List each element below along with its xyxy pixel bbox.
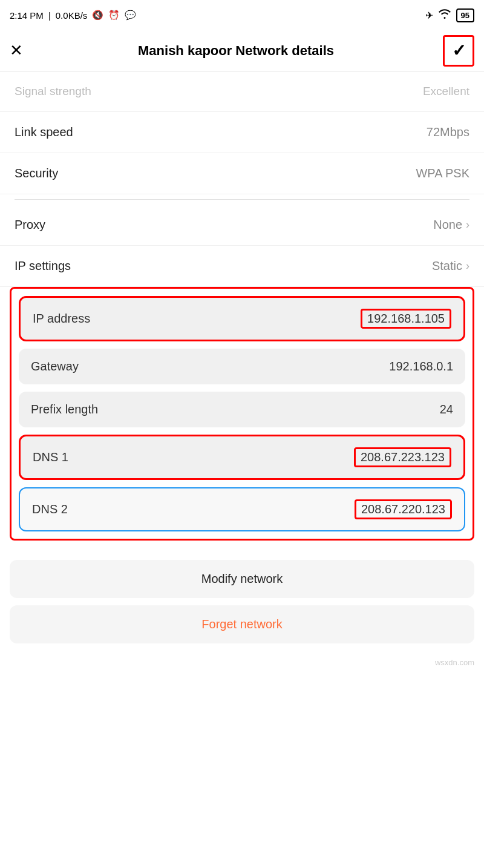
security-value: WPA PSK (416, 166, 469, 180)
dns1-row[interactable]: DNS 1 208.67.223.123 (19, 435, 465, 480)
page-title: Manish kapoor Network details (35, 43, 437, 59)
battery-level: 95 (456, 8, 474, 22)
signal-strength-row: Signal strength Excellent (0, 71, 484, 112)
ip-address-value: 192.168.1.105 (361, 309, 451, 329)
gateway-label: Gateway (31, 360, 79, 373)
signal-strength-label: Signal strength (15, 85, 91, 98)
ip-address-label: IP address (33, 312, 90, 326)
gateway-row[interactable]: Gateway 192.168.0.1 (19, 349, 465, 384)
close-button[interactable]: ✕ (10, 41, 23, 60)
ip-settings-row[interactable]: IP settings Static › (0, 246, 484, 287)
section-divider-1 (15, 199, 469, 200)
bottom-buttons: Modify network Forget network (0, 550, 484, 653)
dns2-value: 208.67.220.123 (355, 499, 452, 519)
ip-address-row[interactable]: IP address 192.168.1.105 (19, 296, 465, 341)
security-row: Security WPA PSK (0, 153, 484, 194)
toolbar: ✕ Manish kapoor Network details ✓ (0, 30, 484, 71)
status-right: ✈ 95 (425, 8, 474, 22)
proxy-chevron: › (466, 219, 469, 231)
dns1-label: DNS 1 (33, 450, 68, 464)
gateway-value: 192.168.0.1 (389, 360, 453, 373)
confirm-button[interactable]: ✓ (443, 35, 474, 67)
content-area: Signal strength Excellent Link speed 72M… (0, 71, 484, 669)
proxy-value: None › (433, 218, 469, 232)
dns2-row[interactable]: DNS 2 208.67.220.123 (19, 487, 465, 531)
forget-network-button[interactable]: Forget network (10, 605, 474, 643)
status-left: 2:14 PM | 0.0KB/s 🔇 ⏰ 💬 (10, 10, 136, 21)
status-bar: 2:14 PM | 0.0KB/s 🔇 ⏰ 💬 ✈ 95 (0, 0, 484, 30)
airplane-icon: ✈ (425, 10, 433, 21)
signal-strength-value: Excellent (423, 85, 469, 98)
alarm-icon: ⏰ (108, 10, 120, 21)
ip-settings-value: Static › (432, 259, 469, 273)
wifi-icon (438, 8, 451, 22)
mute-icon: 🔇 (92, 10, 103, 21)
static-ip-section: IP address 192.168.1.105 Gateway 192.168… (10, 287, 474, 541)
security-label: Security (15, 166, 58, 180)
message-icon: 💬 (125, 10, 136, 21)
ip-settings-label: IP settings (15, 259, 71, 273)
link-speed-value: 72Mbps (427, 125, 469, 139)
ip-settings-chevron: › (466, 260, 469, 272)
prefix-length-row[interactable]: Prefix length 24 (19, 392, 465, 427)
time-display: 2:14 PM (10, 10, 44, 21)
data-speed: | (48, 10, 51, 21)
proxy-label: Proxy (15, 218, 45, 232)
link-speed-row: Link speed 72Mbps (0, 112, 484, 153)
data-speed-value: 0.0KB/s (56, 10, 88, 21)
dns2-label: DNS 2 (32, 502, 68, 516)
prefix-length-value: 24 (440, 403, 453, 416)
link-speed-label: Link speed (15, 125, 73, 139)
watermark: wsxdn.com (0, 653, 484, 669)
proxy-row[interactable]: Proxy None › (0, 205, 484, 246)
modify-network-button[interactable]: Modify network (10, 560, 474, 598)
prefix-length-label: Prefix length (31, 403, 98, 416)
dns1-value: 208.67.223.123 (354, 447, 451, 467)
